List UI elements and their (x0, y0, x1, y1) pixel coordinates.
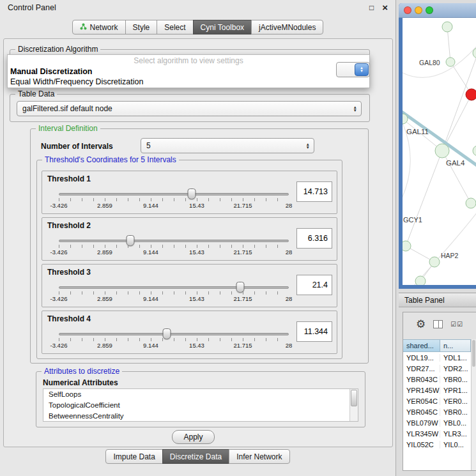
tab-infer-network[interactable]: Infer Network (229, 449, 289, 464)
list-scrollbar[interactable] (349, 389, 358, 421)
scrollbar-thumb[interactable] (351, 390, 357, 406)
column-header-shared-name[interactable]: shared... (403, 339, 440, 352)
tab-impute-data[interactable]: Impute Data (105, 449, 162, 464)
minimize-traffic-light[interactable] (415, 6, 422, 14)
network-node[interactable] (466, 198, 476, 208)
select-columns-icon[interactable]: ☑☑ (450, 321, 463, 328)
table-row[interactable]: YIL052CYIL0... (403, 439, 471, 450)
cell-name[interactable]: YBR0... (440, 408, 471, 416)
table-row[interactable]: YBL079WYBL0... (403, 417, 471, 428)
slider-scale-label: 21.715 (233, 342, 252, 349)
tab-jactivemnodules[interactable]: jActiveMNodules (251, 20, 323, 35)
table-row[interactable]: YBR043CYBR0... (403, 374, 471, 385)
threshold-label: Threshold 3 (47, 268, 91, 277)
tab-network[interactable]: Network (72, 20, 126, 35)
network-node[interactable] (403, 241, 411, 251)
scrollbar-thumb[interactable] (472, 340, 475, 367)
attribute-list-item[interactable]: TopologicalCoefficient (43, 400, 358, 411)
cell-name[interactable]: YDR2... (440, 365, 471, 372)
network-node[interactable] (442, 22, 452, 32)
cell-shared-name[interactable]: YDR27... (403, 365, 440, 372)
apply-button[interactable]: Apply (172, 430, 215, 444)
zoom-traffic-light[interactable] (426, 6, 433, 14)
threshold-value-field[interactable]: 21.4 (296, 275, 332, 295)
threshold-slider[interactable]: -3.4262.8599.14415.4321.71528 (59, 328, 289, 351)
gear-icon[interactable]: ⚙ (416, 319, 426, 330)
threshold-label: Threshold 1 (47, 174, 91, 183)
cell-shared-name[interactable]: YBL079W (403, 419, 440, 427)
cell-shared-name[interactable]: YDL19... (403, 354, 440, 362)
cell-shared-name[interactable]: YIL052C (403, 441, 440, 449)
slider-track[interactable] (59, 193, 289, 196)
threshold-value-field[interactable]: 14.713 (296, 181, 332, 202)
network-window-titlebar (399, 3, 476, 18)
cell-shared-name[interactable]: YLR345W (403, 430, 440, 438)
slider-track[interactable] (59, 240, 289, 242)
network-canvas[interactable]: GAL80GAL11GAL4GCY1HAP2 (403, 18, 476, 285)
cell-shared-name[interactable]: YPR145W (403, 387, 440, 394)
close-icon[interactable]: × (382, 4, 388, 11)
algorithm-combo[interactable]: ▲▼ (336, 62, 370, 77)
column-header-name[interactable]: n... (440, 339, 471, 352)
table-row[interactable]: YPR145WYPR1... (403, 385, 471, 395)
table-row[interactable]: YBR045CYBR0... (403, 406, 471, 417)
threshold-slider[interactable]: -3.4262.8599.14415.4321.71528 (59, 234, 289, 257)
threshold-value-field[interactable]: 11.344 (296, 321, 332, 342)
network-node[interactable] (415, 276, 426, 285)
network-edge[interactable] (442, 53, 476, 151)
network-node[interactable] (446, 58, 455, 66)
cell-name[interactable]: YER0... (440, 397, 471, 405)
group-legend: Table Data (15, 89, 57, 98)
cell-name[interactable]: YPR1... (440, 387, 471, 394)
dropdown-option-manual-discretization[interactable]: Manual Discretization (8, 66, 369, 77)
tab-cyni-toolbox[interactable]: Cyni Toolbox (193, 20, 252, 35)
slider-scale: -3.4262.8599.14415.4321.71528 (59, 249, 289, 256)
cell-shared-name[interactable]: YBR043C (403, 376, 440, 383)
slider-scale-label: 28 (286, 249, 293, 256)
cell-name[interactable]: YBL0... (440, 419, 471, 427)
threshold-slider[interactable]: -3.4262.8599.14415.4321.71528 (59, 188, 289, 211)
threshold-slider[interactable]: -3.4262.8599.14415.4321.71528 (59, 281, 289, 304)
cell-name[interactable]: YLR3... (440, 430, 471, 438)
tab-style[interactable]: Style (125, 20, 158, 35)
node-label: GAL4 (446, 159, 465, 167)
tab-label: Select (164, 23, 185, 32)
cell-name[interactable]: YDL1... (440, 354, 471, 362)
table-row[interactable]: YDL19...YDL1... (403, 352, 471, 363)
attribute-list-item[interactable]: SelfLoops (43, 389, 358, 400)
tab-discretize-data[interactable]: Discretize Data (162, 449, 229, 464)
network-edge[interactable] (406, 151, 442, 246)
table-row[interactable]: YER054CYER0... (403, 395, 471, 406)
cell-name[interactable]: YIL0... (440, 441, 471, 449)
threshold-label: Threshold 2 (47, 221, 91, 230)
columns-icon[interactable] (433, 320, 443, 328)
network-node[interactable] (429, 257, 440, 267)
float-window-icon[interactable]: □ (369, 3, 374, 12)
threshold-value-field[interactable]: 6.316 (296, 228, 332, 249)
threshold-panel: Threshold 3 -3.4262.8599.14415.4321.7152… (42, 264, 337, 307)
slider-track[interactable] (59, 333, 289, 335)
dropdown-option-equal-width-frequency[interactable]: Equal Width/Frequency Discretization (8, 77, 369, 87)
combo-value: 5 (146, 141, 151, 150)
table-row[interactable]: YDR27...YDR2... (403, 363, 471, 374)
cell-shared-name[interactable]: YER054C (403, 397, 440, 405)
num-intervals-combo[interactable]: 5 ▲▼ (141, 138, 314, 153)
close-traffic-light[interactable] (404, 6, 411, 14)
network-node[interactable] (435, 144, 449, 158)
attribute-list-item[interactable]: BetweennessCentrality (43, 411, 358, 422)
slider-scale-label: 21.715 (233, 295, 252, 302)
table-panel-header: Table Panel (399, 293, 476, 307)
tab-select[interactable]: Select (157, 20, 193, 35)
slider-ticks (59, 245, 289, 248)
table-data-combo[interactable]: galFiltered.sif default node ▲▼ (17, 101, 362, 116)
cell-name[interactable]: YBR0... (440, 376, 471, 383)
combo-stepper-icon[interactable]: ▲▼ (355, 63, 369, 76)
network-node[interactable] (473, 146, 476, 156)
table-row[interactable]: YLR345WYLR3... (403, 428, 471, 439)
slider-track[interactable] (59, 286, 289, 289)
table-scrollbar[interactable] (471, 339, 476, 470)
cell-shared-name[interactable]: YBR045C (403, 408, 440, 416)
slider-scale-label: -3.426 (50, 342, 68, 349)
group-legend: Discretization Algorithm (15, 45, 100, 54)
network-node-selected[interactable] (466, 89, 476, 100)
